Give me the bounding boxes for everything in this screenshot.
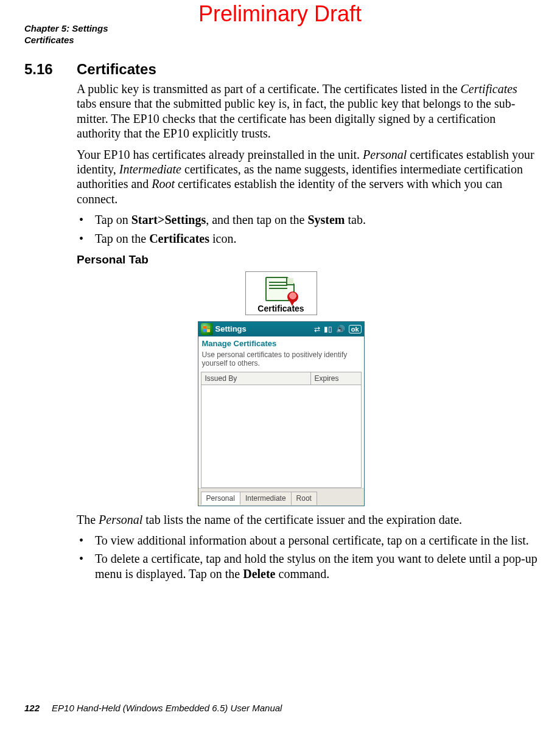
wm-table-header: Issued By Expires — [201, 372, 362, 385]
paragraph-1: A public key is transmitted as part of a… — [77, 82, 537, 141]
paragraph-3: The Personal tab lists the name of the c… — [77, 512, 537, 527]
section-number: 5.16 — [24, 61, 77, 78]
wm-subtitle: Manage Certificates — [198, 336, 364, 349]
wm-title-text: Settings — [215, 324, 314, 333]
instruction-list-2: To view additional information about a p… — [77, 533, 537, 581]
volume-icon: 🔊 — [336, 325, 345, 333]
list-item: Tap on the Certificates icon. — [77, 231, 537, 246]
wm-table-body[interactable] — [201, 385, 362, 488]
subheading-personal-tab: Personal Tab — [77, 253, 537, 266]
certificates-icon — [264, 276, 298, 302]
list-item: Tap on Start>Settings, and then tap on t… — [77, 212, 537, 227]
tab-personal[interactable]: Personal — [201, 492, 240, 505]
manual-title: EP10 Hand-Held (Windows Embedded 6.5) Us… — [52, 703, 282, 713]
certificates-icon-label: Certificates — [251, 304, 312, 313]
page-number: 122 — [24, 703, 40, 713]
page-footer: 122EP10 Hand-Held (Windows Embedded 6.5)… — [24, 703, 282, 713]
svg-rect-3 — [207, 329, 210, 332]
section-title: Certificates — [77, 61, 156, 77]
ok-button[interactable]: ok — [349, 325, 362, 333]
tab-intermediate[interactable]: Intermediate — [240, 492, 292, 505]
wm-titlebar: Settings ⇄ ▮▯ 🔊 ok — [198, 322, 364, 336]
start-icon — [201, 323, 213, 335]
settings-screenshot: Settings ⇄ ▮▯ 🔊 ok Manage Certificates U… — [198, 321, 365, 506]
col-issued-by[interactable]: Issued By — [201, 372, 311, 385]
svg-rect-0 — [203, 326, 206, 329]
header-chapter: Chapter 5: Settings — [24, 23, 108, 35]
wm-description: Use personal certificates to positively … — [198, 349, 364, 372]
signal-icon: ▮▯ — [324, 325, 332, 333]
section-heading: 5.16Certificates — [24, 61, 537, 78]
instruction-list-1: Tap on Start>Settings, and then tap on t… — [77, 212, 537, 246]
paragraph-2: Your EP10 has certificates already prein… — [77, 147, 537, 207]
svg-rect-1 — [207, 326, 210, 329]
list-item: To view additional information about a p… — [77, 533, 537, 548]
list-item: To delete a certificate, tap and hold th… — [77, 551, 537, 581]
svg-rect-2 — [203, 329, 206, 332]
certificates-icon-figure: Certificates — [245, 271, 317, 315]
page-header: Chapter 5: Settings Certificates — [24, 23, 108, 46]
col-expires[interactable]: Expires — [311, 372, 361, 385]
tab-root[interactable]: Root — [292, 492, 317, 505]
connectivity-icon: ⇄ — [314, 325, 320, 333]
header-section: Certificates — [24, 35, 108, 46]
wm-tabstrip: Personal Intermediate Root — [198, 488, 364, 506]
